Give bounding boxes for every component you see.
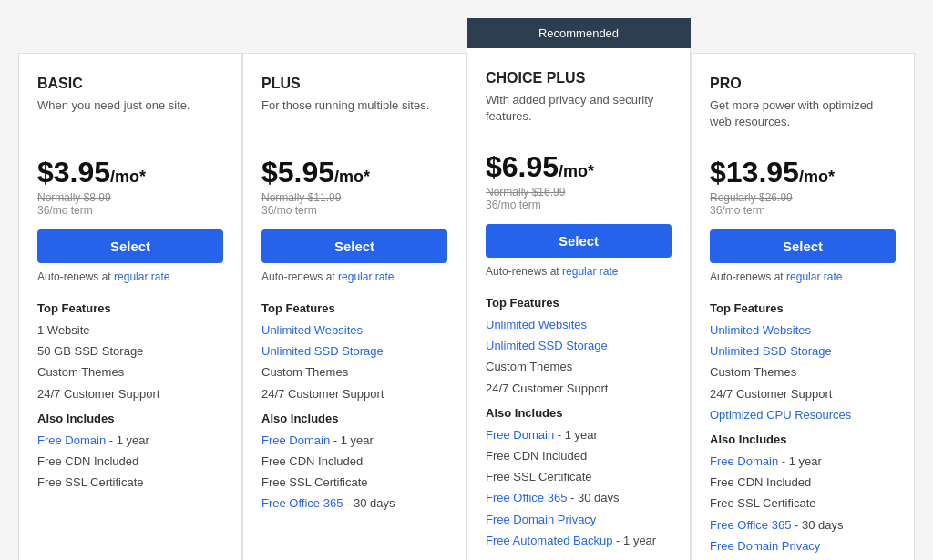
empty-label-area (691, 18, 915, 53)
top-feature-pro-4: Optimized CPU Resources (710, 407, 896, 423)
plan-col-pro: PROGet more power with optimized web res… (691, 18, 915, 560)
select-button-choice_plus[interactable]: Select (486, 224, 672, 258)
plan-name-choice_plus: CHOICE PLUS (486, 70, 672, 87)
top-feature-choice_plus-0: Unlimited Websites (486, 317, 672, 333)
top-feature-basic-2: Custom Themes (37, 364, 223, 381)
plan-price-plus: $5.95/mo* (261, 156, 447, 189)
auto-renew-basic: Auto-renews at regular rate (37, 270, 223, 283)
also-include-basic-2: Free SSL Certificate (37, 474, 223, 491)
plan-col-choice_plus: RecommendedCHOICE PLUSWith added privacy… (466, 18, 691, 560)
also-includes-title-basic: Also Includes (37, 412, 223, 425)
plans-container: BASICWhen you need just one site.$3.95/m… (18, 18, 915, 560)
plan-normally-plus: Normally $11.99 (261, 191, 447, 204)
top-features-title-basic: Top Features (37, 301, 223, 315)
regular-rate-link-plus[interactable]: regular rate (338, 270, 394, 283)
plan-col-plus: PLUSFor those running multiple sites.$5.… (242, 18, 466, 560)
recommended-badge: Recommended (466, 18, 691, 48)
also-include-pro-1: Free CDN Included (710, 474, 896, 491)
also-include-choice_plus-0: Free Domain - 1 year (486, 427, 672, 443)
also-include-basic-0: Free Domain - 1 year (37, 433, 223, 449)
also-include-pro-4: Free Domain Privacy (710, 538, 896, 555)
plan-name-basic: BASIC (37, 76, 223, 92)
top-feature-choice_plus-2: Custom Themes (486, 359, 672, 375)
regular-rate-link-basic[interactable]: regular rate (114, 270, 169, 283)
plan-term-basic: 36/mo term (37, 204, 223, 217)
top-feature-choice_plus-1: Unlimited SSD Storage (486, 338, 672, 354)
auto-renew-plus: Auto-renews at regular rate (261, 270, 447, 283)
plan-normally-basic: Normally $8.99 (37, 191, 223, 204)
also-include-plus-2: Free SSL Certificate (261, 474, 447, 491)
plan-term-choice_plus: 36/mo term (486, 199, 672, 211)
also-includes-title-choice_plus: Also Includes (486, 406, 672, 420)
plan-card-basic: BASICWhen you need just one site.$3.95/m… (18, 53, 242, 560)
also-include-plus-1: Free CDN Included (261, 453, 447, 470)
plan-desc-basic: When you need just one site. (37, 97, 223, 141)
top-feature-basic-1: 50 GB SSD Storage (37, 343, 223, 360)
also-include-plus-3: Free Office 365 - 30 days (261, 495, 447, 512)
select-button-pro[interactable]: Select (710, 229, 896, 263)
plan-card-pro: PROGet more power with optimized web res… (691, 53, 915, 560)
plan-name-pro: PRO (710, 76, 896, 92)
also-includes-title-pro: Also Includes (710, 433, 896, 446)
select-button-basic[interactable]: Select (37, 229, 223, 263)
top-feature-basic-0: 1 Website (37, 322, 223, 339)
plan-term-plus: 36/mo term (261, 204, 447, 217)
top-features-title-plus: Top Features (261, 301, 447, 315)
top-feature-pro-2: Custom Themes (710, 364, 896, 381)
top-feature-choice_plus-3: 24/7 Customer Support (486, 381, 672, 397)
plan-desc-plus: For those running multiple sites. (261, 97, 447, 141)
plan-card-choice_plus: CHOICE PLUSWith added privacy and securi… (466, 48, 691, 560)
plan-price-pro: $13.95/mo* (710, 156, 896, 189)
also-includes-title-plus: Also Includes (261, 412, 447, 425)
plan-col-basic: BASICWhen you need just one site.$3.95/m… (18, 18, 242, 560)
plan-name-plus: PLUS (261, 76, 447, 92)
also-include-choice_plus-1: Free CDN Included (486, 448, 672, 464)
empty-label-area (18, 18, 242, 53)
top-feature-pro-3: 24/7 Customer Support (710, 386, 896, 402)
also-include-choice_plus-4: Free Domain Privacy (486, 512, 672, 528)
plan-normally-pro: Regularly $26.99 (710, 191, 896, 204)
top-feature-basic-3: 24/7 Customer Support (37, 386, 223, 402)
also-include-pro-0: Free Domain - 1 year (710, 453, 896, 470)
also-include-choice_plus-2: Free SSL Certificate (486, 469, 672, 485)
top-feature-plus-1: Unlimited SSD Storage (261, 343, 447, 360)
plan-desc-pro: Get more power with optimized web resour… (710, 97, 896, 141)
top-feature-plus-0: Unlimited Websites (261, 322, 447, 339)
also-include-pro-3: Free Office 365 - 30 days (710, 517, 896, 534)
top-feature-pro-0: Unlimited Websites (710, 322, 896, 339)
plan-term-pro: 36/mo term (710, 204, 896, 217)
top-feature-plus-2: Custom Themes (261, 364, 447, 381)
plan-card-plus: PLUSFor those running multiple sites.$5.… (242, 53, 466, 560)
empty-label-area (242, 18, 466, 53)
also-include-choice_plus-5: Free Automated Backup - 1 year (486, 533, 672, 549)
plan-normally-choice_plus: Normally $16.99 (486, 186, 672, 199)
also-include-basic-1: Free CDN Included (37, 453, 223, 470)
select-button-plus[interactable]: Select (261, 229, 447, 263)
regular-rate-link-choice_plus[interactable]: regular rate (562, 265, 618, 278)
regular-rate-link-pro[interactable]: regular rate (786, 270, 842, 283)
also-include-plus-0: Free Domain - 1 year (261, 433, 447, 449)
also-include-choice_plus-3: Free Office 365 - 30 days (486, 490, 672, 506)
top-features-title-choice_plus: Top Features (486, 296, 672, 310)
auto-renew-pro: Auto-renews at regular rate (710, 270, 896, 283)
also-include-pro-2: Free SSL Certificate (710, 495, 896, 512)
plan-desc-choice_plus: With added privacy and security features… (486, 92, 672, 136)
top-feature-pro-1: Unlimited SSD Storage (710, 343, 896, 360)
plan-price-basic: $3.95/mo* (37, 156, 223, 189)
top-features-title-pro: Top Features (710, 301, 896, 315)
plan-price-choice_plus: $6.95/mo* (486, 150, 672, 184)
auto-renew-choice_plus: Auto-renews at regular rate (486, 265, 672, 278)
top-feature-plus-3: 24/7 Customer Support (261, 386, 447, 402)
